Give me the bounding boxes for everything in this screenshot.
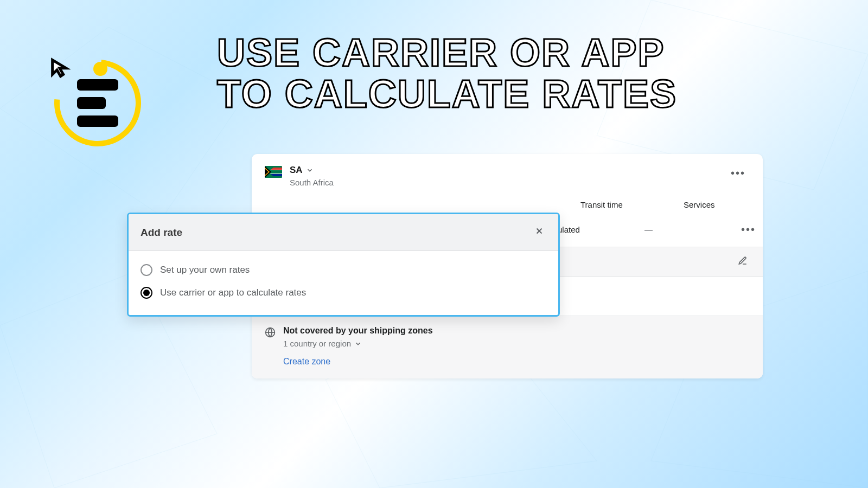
not-covered-title: Not covered by your shipping zones — [283, 326, 433, 336]
cursor-icon — [49, 56, 71, 78]
pencil-icon — [738, 256, 748, 266]
radio-icon — [141, 264, 152, 276]
col-services: Services — [684, 200, 732, 209]
add-rate-modal: Add rate Set up your own rates Use carri… — [127, 213, 560, 317]
not-covered-count: 1 country or region — [283, 339, 351, 348]
chevron-down-icon — [306, 166, 314, 174]
chevron-down-icon — [354, 340, 362, 348]
zone-actions-menu[interactable]: ••• — [726, 165, 750, 182]
edit-button[interactable] — [738, 256, 748, 268]
radio-option-carrier-app[interactable]: Use carrier or app to calculate rates — [141, 287, 546, 299]
page-headline: USE CARRIER OR APP TO CALCULATE RATES — [217, 33, 677, 114]
zone-code: SA — [290, 165, 303, 176]
radio-icon — [141, 287, 152, 299]
globe-icon — [265, 327, 276, 340]
not-covered-expand[interactable]: 1 country or region — [283, 339, 433, 348]
radio-label: Use carrier or app to calculate rates — [160, 287, 306, 298]
create-zone-link[interactable]: Create zone — [283, 357, 750, 367]
col-transit: Transit time — [580, 200, 640, 209]
zone-name: South Africa — [290, 178, 334, 187]
row-actions-menu[interactable]: ••• — [737, 221, 752, 238]
not-covered-card: Not covered by your shipping zones 1 cou… — [252, 316, 763, 378]
close-icon — [534, 226, 544, 236]
row-services-value: — — [644, 225, 693, 234]
modal-title: Add rate — [141, 227, 182, 239]
zone-selector[interactable]: SA — [290, 165, 334, 176]
brand-logo — [54, 60, 141, 146]
flag-icon-south-africa — [265, 166, 282, 178]
radio-label: Set up your own rates — [160, 265, 250, 275]
radio-option-own-rates[interactable]: Set up your own rates — [141, 264, 546, 276]
modal-close-button[interactable] — [532, 224, 546, 241]
